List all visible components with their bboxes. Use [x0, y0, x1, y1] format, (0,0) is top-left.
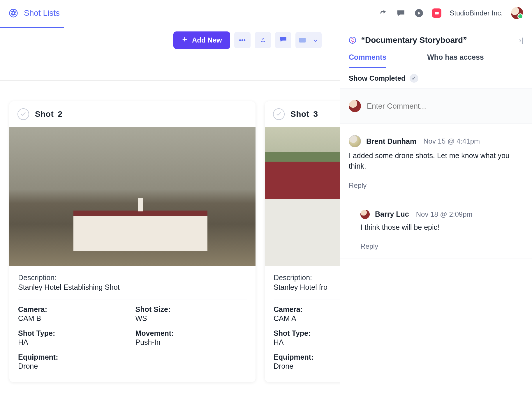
comment-body: I think those will be epic! [360, 222, 523, 232]
collapse-icon[interactable]: ›| [519, 36, 523, 44]
shot-body: Description: Stanley Hotel Establishing … [9, 266, 256, 382]
description-label: Description: [18, 273, 247, 282]
play-icon[interactable] [414, 8, 424, 18]
svg-text:PDF: PDF [260, 40, 265, 43]
shot-label: Shot [290, 109, 309, 119]
panel-title: “Documentary Storyboard” [361, 36, 515, 45]
download-pdf-icon: PDF [260, 36, 266, 45]
meta-divider [18, 299, 247, 299]
topbar-left: Shot Lists [9, 0, 60, 27]
shot-label: Shot [35, 109, 54, 119]
meta-value: Push-In [135, 338, 247, 347]
panel-tabs: Comments Who has access [340, 53, 532, 68]
shot-title: Shot 3 [290, 109, 318, 119]
meta-item: Shot Size: WS [135, 305, 247, 323]
meta-item: Equipment: Drone [18, 353, 130, 370]
description-text: Stanley Hotel Establishing Shot [18, 283, 247, 292]
more-horizontal-icon: ••• [239, 36, 246, 44]
app-badge-icon[interactable] [432, 8, 441, 18]
meta-value: Drone [18, 362, 130, 370]
check-circle-icon[interactable] [273, 108, 285, 120]
comments-panel: “Documentary Storyboard” ›| Comments Who… [340, 28, 532, 401]
avatar [360, 210, 370, 219]
comment-input-row [340, 89, 532, 123]
comment-body: I added some drone shots. Let me know wh… [349, 150, 523, 172]
meta-label: Movement: [135, 329, 247, 338]
view-mode-button[interactable] [295, 32, 322, 48]
comment-author: Barry Luc [375, 210, 409, 218]
comment-time: Nov 15 @ 4:41pm [423, 137, 480, 145]
reply-button[interactable]: Reply [360, 242, 523, 250]
aperture-icon [349, 36, 356, 44]
add-new-button[interactable]: Add New [173, 31, 230, 49]
show-completed-row: Show Completed ✓ [340, 68, 532, 89]
comment-head: Brent Dunham Nov 15 @ 4:41pm [349, 135, 523, 147]
avatar[interactable] [511, 7, 523, 19]
meta-label: Shot Type: [18, 329, 130, 338]
export-pdf-button[interactable]: PDF [255, 32, 271, 48]
meta-value: HA [18, 338, 130, 347]
comment-input[interactable] [367, 102, 523, 111]
topbar-right: StudioBinder Inc. [378, 7, 523, 19]
meta-label: Equipment: [18, 353, 130, 361]
shot-image[interactable] [9, 127, 256, 266]
meta-label: Shot Size: [135, 305, 247, 314]
panel-header: “Documentary Storyboard” ›| [340, 28, 532, 45]
reply-button[interactable]: Reply [349, 181, 523, 190]
present-button[interactable] [275, 32, 291, 48]
shot-title: Shot 2 [35, 109, 63, 119]
chat-icon[interactable] [396, 8, 406, 18]
present-icon [279, 36, 287, 44]
meta-label: Camera: [18, 305, 130, 314]
comment: Barry Luc Nov 18 @ 2:09pm I think those … [340, 198, 532, 259]
chevron-down-icon [313, 36, 318, 44]
meta-value: WS [135, 314, 247, 323]
meta-value: CAM B [18, 314, 130, 323]
comment: Brent Dunham Nov 15 @ 4:41pm I added som… [340, 123, 532, 198]
card-icon [299, 38, 306, 43]
check-icon[interactable]: ✓ [410, 74, 418, 83]
page-tab[interactable]: Shot Lists [24, 8, 60, 27]
avatar [349, 135, 361, 147]
meta-item: Camera: CAM B [18, 305, 130, 323]
shot-number: 3 [313, 109, 318, 119]
meta-item: Shot Type: HA [18, 329, 130, 347]
svg-rect-2 [435, 12, 439, 14]
shot-card[interactable]: Shot 2 Description: Stanley Hotel Establ… [9, 101, 256, 382]
tab-comments[interactable]: Comments [349, 53, 386, 68]
more-button[interactable]: ••• [234, 32, 251, 48]
add-new-label: Add New [192, 36, 222, 44]
check-circle-icon[interactable] [17, 108, 29, 120]
plus-icon [182, 36, 188, 44]
shot-number: 2 [58, 109, 63, 119]
tab-access[interactable]: Who has access [427, 53, 484, 68]
show-completed-label: Show Completed [349, 74, 406, 82]
comment-head: Barry Luc Nov 18 @ 2:09pm [360, 210, 523, 219]
topbar: Shot Lists StudioBinder Inc. [0, 0, 532, 26]
shot-header: Shot 2 [9, 101, 256, 127]
share-icon[interactable] [378, 8, 388, 18]
tab-underline [0, 27, 64, 28]
meta-grid: Camera: CAM B Shot Size: WS Shot Type: H… [18, 305, 247, 370]
comment-author: Brent Dunham [366, 137, 416, 146]
comment-time: Nov 18 @ 2:09pm [416, 210, 473, 218]
avatar [349, 100, 361, 112]
aperture-icon [9, 8, 18, 18]
org-name[interactable]: StudioBinder Inc. [450, 9, 503, 17]
meta-item: Movement: Push-In [135, 329, 247, 347]
